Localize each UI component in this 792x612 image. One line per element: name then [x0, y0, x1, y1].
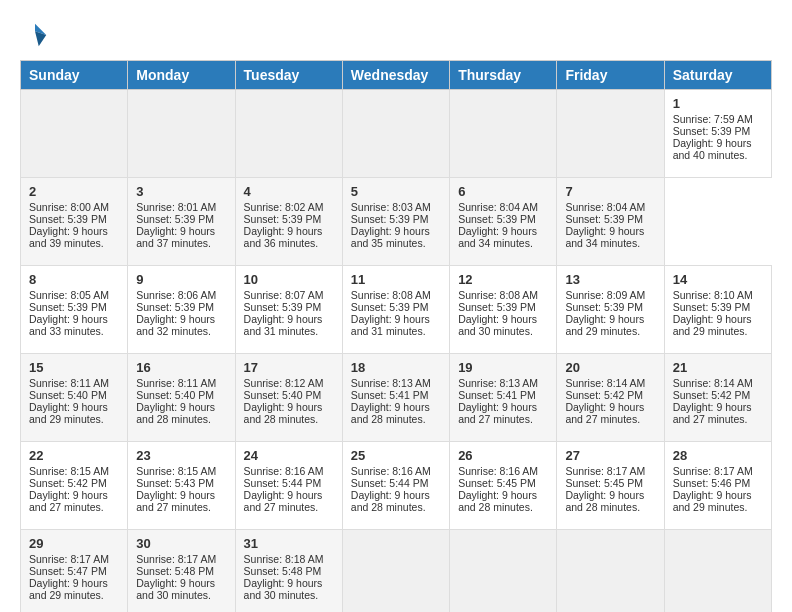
weekday-header: Thursday — [450, 61, 557, 90]
calendar-cell — [664, 530, 771, 613]
sunset-text: Sunset: 5:40 PM — [244, 389, 322, 401]
sunset-text: Sunset: 5:39 PM — [351, 301, 429, 313]
daylight-text: Daylight: 9 hours and 27 minutes. — [29, 489, 108, 513]
sunset-text: Sunset: 5:47 PM — [29, 565, 107, 577]
calendar-cell — [450, 530, 557, 613]
weekday-header: Wednesday — [342, 61, 449, 90]
calendar-cell: 22 Sunrise: 8:15 AM Sunset: 5:42 PM Dayl… — [21, 442, 128, 530]
sunrise-text: Sunrise: 8:12 AM — [244, 377, 324, 389]
sunrise-text: Sunrise: 8:17 AM — [673, 465, 753, 477]
day-number: 26 — [458, 448, 548, 463]
daylight-text: Daylight: 9 hours and 30 minutes. — [458, 313, 537, 337]
calendar-cell: 19 Sunrise: 8:13 AM Sunset: 5:41 PM Dayl… — [450, 354, 557, 442]
day-number: 24 — [244, 448, 334, 463]
day-number: 2 — [29, 184, 119, 199]
daylight-text: Daylight: 9 hours and 28 minutes. — [351, 489, 430, 513]
daylight-text: Daylight: 9 hours and 27 minutes. — [244, 489, 323, 513]
sunrise-text: Sunrise: 8:18 AM — [244, 553, 324, 565]
daylight-text: Daylight: 9 hours and 27 minutes. — [458, 401, 537, 425]
sunrise-text: Sunrise: 8:13 AM — [351, 377, 431, 389]
calendar-week-row: 2 Sunrise: 8:00 AM Sunset: 5:39 PM Dayli… — [21, 178, 772, 266]
sunset-text: Sunset: 5:39 PM — [458, 213, 536, 225]
daylight-text: Daylight: 9 hours and 27 minutes. — [136, 489, 215, 513]
day-number: 7 — [565, 184, 655, 199]
calendar-cell: 27 Sunrise: 8:17 AM Sunset: 5:45 PM Dayl… — [557, 442, 664, 530]
calendar-cell — [235, 90, 342, 178]
daylight-text: Daylight: 9 hours and 34 minutes. — [458, 225, 537, 249]
day-number: 27 — [565, 448, 655, 463]
sunset-text: Sunset: 5:45 PM — [565, 477, 643, 489]
day-number: 13 — [565, 272, 655, 287]
calendar-cell: 7 Sunrise: 8:04 AM Sunset: 5:39 PM Dayli… — [557, 178, 664, 266]
calendar-cell: 1 Sunrise: 7:59 AM Sunset: 5:39 PM Dayli… — [664, 90, 771, 178]
calendar-cell: 15 Sunrise: 8:11 AM Sunset: 5:40 PM Dayl… — [21, 354, 128, 442]
sunset-text: Sunset: 5:42 PM — [29, 477, 107, 489]
calendar-cell — [342, 530, 449, 613]
calendar-cell: 2 Sunrise: 8:00 AM Sunset: 5:39 PM Dayli… — [21, 178, 128, 266]
sunrise-text: Sunrise: 8:08 AM — [458, 289, 538, 301]
sunrise-text: Sunrise: 8:07 AM — [244, 289, 324, 301]
daylight-text: Daylight: 9 hours and 29 minutes. — [29, 401, 108, 425]
calendar-cell: 4 Sunrise: 8:02 AM Sunset: 5:39 PM Dayli… — [235, 178, 342, 266]
sunrise-text: Sunrise: 8:06 AM — [136, 289, 216, 301]
day-number: 8 — [29, 272, 119, 287]
daylight-text: Daylight: 9 hours and 35 minutes. — [351, 225, 430, 249]
daylight-text: Daylight: 9 hours and 32 minutes. — [136, 313, 215, 337]
daylight-text: Daylight: 9 hours and 29 minutes. — [29, 577, 108, 601]
day-number: 23 — [136, 448, 226, 463]
sunset-text: Sunset: 5:41 PM — [458, 389, 536, 401]
sunrise-text: Sunrise: 8:10 AM — [673, 289, 753, 301]
day-number: 31 — [244, 536, 334, 551]
calendar-cell — [128, 90, 235, 178]
calendar-cell: 11 Sunrise: 8:08 AM Sunset: 5:39 PM Dayl… — [342, 266, 449, 354]
logo — [20, 20, 54, 50]
calendar-cell — [21, 90, 128, 178]
day-number: 4 — [244, 184, 334, 199]
sunrise-text: Sunrise: 8:17 AM — [565, 465, 645, 477]
sunset-text: Sunset: 5:39 PM — [29, 301, 107, 313]
sunrise-text: Sunrise: 8:02 AM — [244, 201, 324, 213]
sunset-text: Sunset: 5:41 PM — [351, 389, 429, 401]
calendar-cell: 24 Sunrise: 8:16 AM Sunset: 5:44 PM Dayl… — [235, 442, 342, 530]
daylight-text: Daylight: 9 hours and 31 minutes. — [244, 313, 323, 337]
sunset-text: Sunset: 5:44 PM — [351, 477, 429, 489]
day-number: 18 — [351, 360, 441, 375]
calendar-week-row: 1 Sunrise: 7:59 AM Sunset: 5:39 PM Dayli… — [21, 90, 772, 178]
day-number: 20 — [565, 360, 655, 375]
daylight-text: Daylight: 9 hours and 34 minutes. — [565, 225, 644, 249]
calendar-cell: 23 Sunrise: 8:15 AM Sunset: 5:43 PM Dayl… — [128, 442, 235, 530]
daylight-text: Daylight: 9 hours and 28 minutes. — [458, 489, 537, 513]
sunset-text: Sunset: 5:48 PM — [136, 565, 214, 577]
page-header — [20, 20, 772, 50]
calendar-cell: 3 Sunrise: 8:01 AM Sunset: 5:39 PM Dayli… — [128, 178, 235, 266]
day-number: 11 — [351, 272, 441, 287]
day-number: 15 — [29, 360, 119, 375]
calendar-cell: 30 Sunrise: 8:17 AM Sunset: 5:48 PM Dayl… — [128, 530, 235, 613]
daylight-text: Daylight: 9 hours and 33 minutes. — [29, 313, 108, 337]
sunrise-text: Sunrise: 8:15 AM — [136, 465, 216, 477]
daylight-text: Daylight: 9 hours and 39 minutes. — [29, 225, 108, 249]
sunset-text: Sunset: 5:39 PM — [351, 213, 429, 225]
calendar-table: SundayMondayTuesdayWednesdayThursdayFrid… — [20, 60, 772, 612]
sunset-text: Sunset: 5:39 PM — [244, 301, 322, 313]
daylight-text: Daylight: 9 hours and 40 minutes. — [673, 137, 752, 161]
daylight-text: Daylight: 9 hours and 27 minutes. — [565, 401, 644, 425]
calendar-cell: 13 Sunrise: 8:09 AM Sunset: 5:39 PM Dayl… — [557, 266, 664, 354]
calendar-cell: 12 Sunrise: 8:08 AM Sunset: 5:39 PM Dayl… — [450, 266, 557, 354]
calendar-week-row: 8 Sunrise: 8:05 AM Sunset: 5:39 PM Dayli… — [21, 266, 772, 354]
calendar-cell — [342, 90, 449, 178]
daylight-text: Daylight: 9 hours and 29 minutes. — [673, 489, 752, 513]
sunset-text: Sunset: 5:46 PM — [673, 477, 751, 489]
calendar-cell — [557, 90, 664, 178]
weekday-header: Monday — [128, 61, 235, 90]
sunset-text: Sunset: 5:39 PM — [565, 301, 643, 313]
sunset-text: Sunset: 5:43 PM — [136, 477, 214, 489]
logo-icon — [20, 20, 50, 50]
day-number: 12 — [458, 272, 548, 287]
day-number: 3 — [136, 184, 226, 199]
sunrise-text: Sunrise: 8:09 AM — [565, 289, 645, 301]
sunrise-text: Sunrise: 8:05 AM — [29, 289, 109, 301]
calendar-week-row: 29 Sunrise: 8:17 AM Sunset: 5:47 PM Dayl… — [21, 530, 772, 613]
calendar-cell: 20 Sunrise: 8:14 AM Sunset: 5:42 PM Dayl… — [557, 354, 664, 442]
weekday-header: Sunday — [21, 61, 128, 90]
